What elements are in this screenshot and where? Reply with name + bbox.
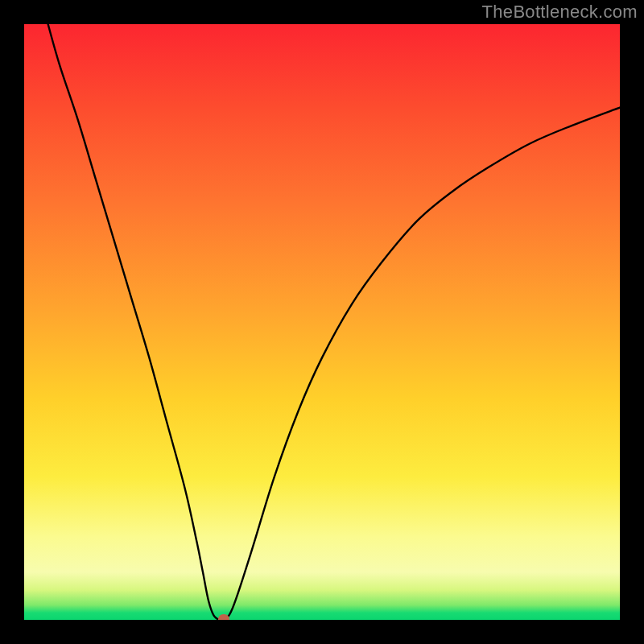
watermark-text: TheBottleneck.com [482,2,638,23]
plot-area [24,24,620,620]
bottleneck-curve [24,24,620,620]
chart-frame: TheBottleneck.com [0,0,644,644]
optimal-point-marker [218,614,229,620]
